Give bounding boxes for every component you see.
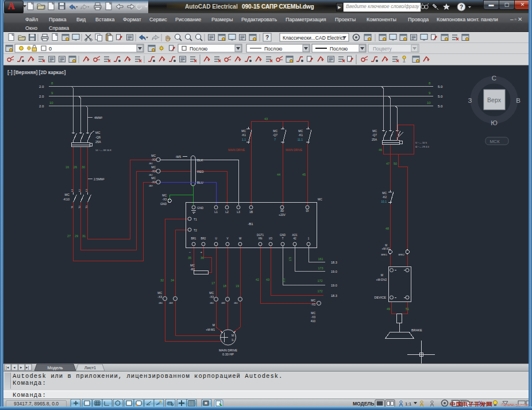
- svg-text:U: U: [215, 237, 217, 240]
- svg-text:Классически...CAD Electricɪ: Классически...CAD Electricɪ: [283, 35, 345, 41]
- svg-text:BLK: BLK: [197, 158, 203, 162]
- svg-text:+M-X2: +M-X2: [382, 247, 390, 250]
- svg-text:T1: T1: [194, 218, 197, 221]
- svg-text:4A1: 4A1: [149, 162, 153, 165]
- svg-text:30: 30: [82, 165, 85, 169]
- svg-text:18.3: 18.3: [331, 261, 337, 264]
- svg-text:-Q7: -Q7: [372, 133, 377, 137]
- svg-text:-K1: -K1: [241, 133, 246, 137]
- svg-text:1.1: 1.1: [242, 138, 246, 141]
- svg-text:51: 51: [406, 307, 409, 311]
- svg-text:19.0: 19.0: [331, 284, 337, 287]
- svg-text:MC: MC: [273, 129, 277, 133]
- svg-text:HN: HN: [259, 237, 263, 240]
- svg-text:L1: L1: [71, 189, 74, 192]
- svg-text:161: 161: [318, 257, 323, 261]
- svg-text:44: 44: [277, 173, 280, 176]
- svg-text:-R2: -R2: [190, 268, 195, 271]
- svg-text:2.0: 2.0: [39, 85, 44, 88]
- svg-text:▸|: ▸|: [26, 365, 29, 370]
- svg-text:1:1: 1:1: [405, 401, 412, 407]
- svg-text:-Q6: -Q6: [95, 136, 101, 139]
- svg-text:Верх: Верх: [487, 96, 502, 103]
- svg-text:+M-M1: +M-M1: [206, 328, 215, 331]
- svg-text:-X3: -X3: [151, 180, 156, 184]
- svg-text:MC: MC: [151, 165, 156, 169]
- svg-text:?: ?: [265, 34, 269, 41]
- svg-text:I/O: I/O: [269, 237, 273, 240]
- svg-text:BR1: BR1: [191, 237, 196, 240]
- svg-text:V: V: [226, 237, 228, 240]
- svg-text:BRAKE: BRAKE: [411, 328, 422, 332]
- svg-text:2.5MM²: 2.5MM²: [94, 177, 105, 181]
- svg-text:T2: T2: [194, 229, 197, 232]
- svg-text:5.0: 5.0: [438, 95, 443, 98]
- svg-text:З: З: [468, 97, 472, 104]
- svg-text:5.0: 5.0: [438, 105, 443, 108]
- svg-text:34: 34: [171, 279, 174, 282]
- svg-text:47: 47: [386, 162, 390, 165]
- svg-text:43: 43: [266, 278, 269, 281]
- svg-text:25A: 25A: [95, 140, 101, 144]
- svg-text:-W5: -W5: [175, 155, 181, 158]
- svg-text:-K2: -K2: [382, 195, 387, 199]
- svg-text:0: 0: [49, 46, 52, 52]
- svg-text:410: 410: [311, 319, 316, 323]
- svg-text:AO1: AO1: [292, 234, 298, 237]
- svg-text:M: M: [232, 334, 234, 337]
- svg-text:Лист1: Лист1: [84, 365, 96, 370]
- svg-text:172: 172: [283, 278, 286, 283]
- svg-text:25A: 25A: [372, 138, 377, 141]
- svg-text:172: 172: [317, 289, 322, 293]
- svg-text:4A0: 4A0: [234, 301, 238, 304]
- svg-text:MC: MC: [151, 176, 156, 180]
- svg-text:Ω ~— 29 4.0: Ω ~— 29 4.0: [415, 145, 429, 148]
- svg-text:Модель: Модель: [48, 365, 63, 370]
- svg-text:L2: L2: [78, 189, 81, 192]
- svg-text:4A8: 4A8: [169, 301, 174, 304]
- svg-text:DEVICE: DEVICE: [375, 296, 387, 299]
- svg-text:Ю: Ю: [491, 119, 498, 126]
- svg-text:◂: ◂: [13, 365, 16, 369]
- svg-text:9: 9: [51, 91, 53, 95]
- svg-text:32: 32: [160, 279, 164, 282]
- svg-text:50: 50: [394, 162, 397, 165]
- svg-text:18: 18: [223, 284, 226, 288]
- svg-text:M: M: [381, 273, 383, 277]
- svg-text:МОДЕЛЬ: МОДЕЛЬ: [353, 401, 374, 407]
- svg-text:19.0: 19.0: [331, 270, 337, 273]
- svg-text:35: 35: [188, 256, 191, 260]
- svg-text:7: 7: [274, 138, 276, 141]
- svg-text:M: M: [213, 323, 215, 327]
- svg-text:2.0: 2.0: [39, 95, 44, 98]
- svg-text:L2: L2: [225, 210, 229, 214]
- svg-text:48: 48: [385, 227, 389, 230]
- svg-text:MC: MC: [162, 194, 167, 197]
- svg-text:Послою: Послою: [330, 46, 348, 52]
- svg-text:26: 26: [74, 165, 77, 169]
- svg-text:172: 172: [317, 279, 322, 283]
- svg-text:42: 42: [256, 278, 259, 281]
- svg-text:MC: MC: [318, 198, 322, 201]
- svg-text:4A9: 4A9: [149, 184, 153, 187]
- svg-text:GND: GND: [280, 234, 286, 237]
- svg-text:[-] [Верхняя] [2D каркас]: [-] [Верхняя] [2D каркас]: [7, 69, 66, 75]
- svg-text:19: 19: [236, 284, 239, 288]
- svg-text:MC: MC: [64, 193, 70, 196]
- svg-text:4A2: 4A2: [149, 173, 153, 176]
- svg-text:MC: MC: [298, 129, 303, 133]
- svg-text:27: 27: [67, 234, 71, 238]
- svg-text:36: 36: [201, 256, 204, 260]
- svg-text:MC: MC: [372, 129, 377, 133]
- svg-text:DI: DI: [306, 209, 309, 212]
- svg-text:MC: MC: [95, 131, 101, 134]
- svg-text:-X3: -X3: [151, 169, 156, 173]
- svg-text:179: 179: [289, 257, 292, 261]
- svg-text:18.3: 18.3: [331, 294, 337, 297]
- svg-text:46: 46: [379, 148, 382, 152]
- svg-text:10.1: 10.1: [381, 200, 387, 203]
- svg-text:8: 8: [51, 82, 53, 85]
- svg-text:L3: L3: [237, 210, 240, 214]
- svg-text:BRK1: BRK1: [381, 253, 388, 256]
- svg-text:MAIN DRIVE: MAIN DRIVE: [228, 148, 245, 152]
